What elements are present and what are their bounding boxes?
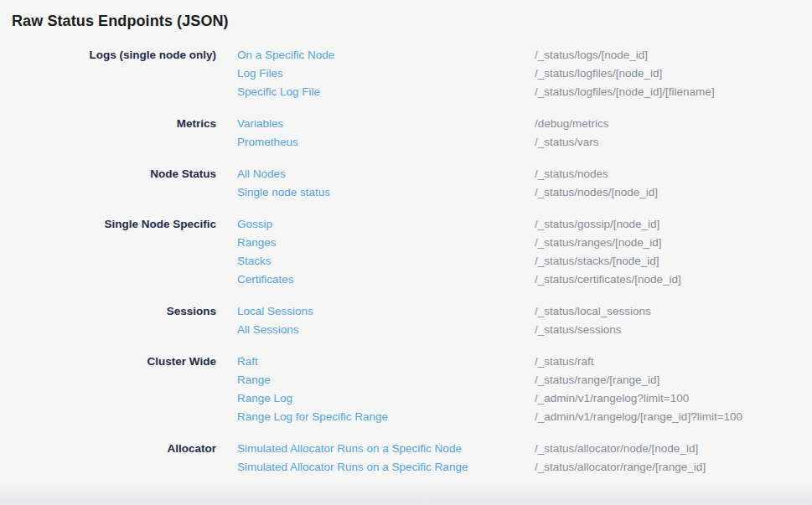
endpoint-path: /_status/certificates/[node_id] — [535, 271, 812, 289]
endpoint-link[interactable]: Certificates — [237, 271, 514, 289]
endpoint-group: Sessions Local SessionsAll Sessions /_st… — [12, 302, 812, 339]
endpoint-path: /_status/stacks/[node_id] — [535, 252, 812, 271]
endpoint-link[interactable]: Single node status — [237, 183, 514, 202]
endpoint-path: /_status/local_sessions — [535, 302, 812, 321]
endpoint-path: /_status/gossip/[node_id] — [535, 215, 812, 234]
links-column: All NodesSingle node status — [237, 165, 514, 202]
endpoint-path: /_admin/v1/rangelog/[range_id]?limit=100 — [535, 408, 812, 426]
endpoint-table: Logs (single node only) On a Specific No… — [12, 46, 812, 477]
category-label: Metrics — [12, 115, 216, 152]
paths-column: /_status/raft/_status/range/[range_id]/_… — [535, 353, 812, 426]
endpoint-group: Node Status All NodesSingle node status … — [12, 165, 812, 202]
endpoint-path: /_status/vars — [535, 133, 812, 152]
endpoint-path: /_status/raft — [535, 353, 812, 371]
links-column: RaftRangeRange LogRange Log for Specific… — [237, 353, 514, 426]
endpoint-group: Allocator Simulated Allocator Runs on a … — [12, 440, 812, 477]
endpoint-link[interactable]: Log Files — [237, 64, 514, 83]
paths-column: /_status/local_sessions/_status/sessions — [535, 302, 812, 339]
endpoint-link[interactable]: Gossip — [237, 215, 514, 234]
endpoint-path: /_status/logfiles/[node_id] — [535, 64, 812, 83]
links-column: Local SessionsAll Sessions — [237, 302, 514, 339]
links-column: On a Specific NodeLog FilesSpecific Log … — [237, 46, 514, 101]
category-label: Sessions — [12, 302, 216, 339]
endpoint-path: /_admin/v1/rangelog?limit=100 — [535, 389, 812, 408]
endpoint-path: /_status/logs/[node_id] — [535, 46, 812, 64]
category-label: Allocator — [12, 440, 216, 477]
endpoint-link[interactable]: Prometheus — [237, 133, 514, 152]
bottom-shade — [0, 483, 812, 505]
endpoint-group: Logs (single node only) On a Specific No… — [12, 46, 812, 101]
endpoint-link[interactable]: All Nodes — [237, 165, 514, 183]
paths-column: /_status/allocator/node/[node_id]/_statu… — [535, 440, 812, 477]
endpoint-link[interactable]: Variables — [237, 115, 514, 133]
links-column: VariablesPrometheus — [237, 115, 514, 152]
endpoint-link[interactable]: All Sessions — [237, 321, 514, 339]
paths-column: /_status/nodes/_status/nodes/[node_id] — [535, 165, 812, 202]
endpoint-path: /_status/ranges/[node_id] — [535, 234, 812, 252]
endpoint-path: /_status/allocator/node/[node_id] — [535, 440, 812, 458]
links-column: GossipRangesStacksCertificates — [237, 215, 514, 289]
endpoint-path: /debug/metrics — [535, 115, 812, 133]
debug-page: Raw Status Endpoints (JSON) Logs (single… — [0, 0, 812, 477]
endpoint-path: /_status/nodes — [535, 165, 812, 183]
paths-column: /debug/metrics/_status/vars — [535, 115, 812, 152]
endpoint-group: Metrics VariablesPrometheus /debug/metri… — [12, 115, 812, 152]
category-label: Single Node Specific — [12, 215, 216, 289]
endpoint-path: /_status/sessions — [535, 321, 812, 339]
endpoint-link[interactable]: Stacks — [237, 252, 514, 271]
category-label: Logs (single node only) — [12, 46, 216, 101]
endpoint-path: /_status/logfiles/[node_id]/[filename] — [535, 83, 812, 101]
endpoint-group: Cluster Wide RaftRangeRange LogRange Log… — [12, 353, 812, 426]
endpoint-link[interactable]: On a Specific Node — [237, 46, 514, 64]
category-label: Cluster Wide — [12, 353, 216, 426]
endpoint-link[interactable]: Local Sessions — [237, 302, 514, 321]
endpoint-link[interactable]: Specific Log File — [237, 83, 514, 101]
endpoint-link[interactable]: Raft — [237, 353, 514, 371]
endpoint-path: /_status/allocator/range/[range_id] — [535, 458, 812, 477]
endpoint-link[interactable]: Range Log for Specific Range — [237, 408, 514, 426]
category-label: Node Status — [12, 165, 216, 202]
page-title: Raw Status Endpoints (JSON) — [12, 11, 812, 31]
endpoint-link[interactable]: Range — [237, 371, 514, 389]
endpoint-link[interactable]: Simulated Allocator Runs on a Specific N… — [237, 440, 514, 458]
endpoint-path: /_status/range/[range_id] — [535, 371, 812, 389]
paths-column: /_status/logs/[node_id]/_status/logfiles… — [535, 46, 812, 101]
endpoint-path: /_status/nodes/[node_id] — [535, 183, 812, 202]
links-column: Simulated Allocator Runs on a Specific N… — [237, 440, 514, 477]
paths-column: /_status/gossip/[node_id]/_status/ranges… — [535, 215, 812, 289]
endpoint-group: Single Node Specific GossipRangesStacksC… — [12, 215, 812, 289]
endpoint-link[interactable]: Simulated Allocator Runs on a Specific R… — [237, 458, 514, 477]
endpoint-link[interactable]: Range Log — [237, 389, 514, 408]
endpoint-link[interactable]: Ranges — [237, 234, 514, 252]
